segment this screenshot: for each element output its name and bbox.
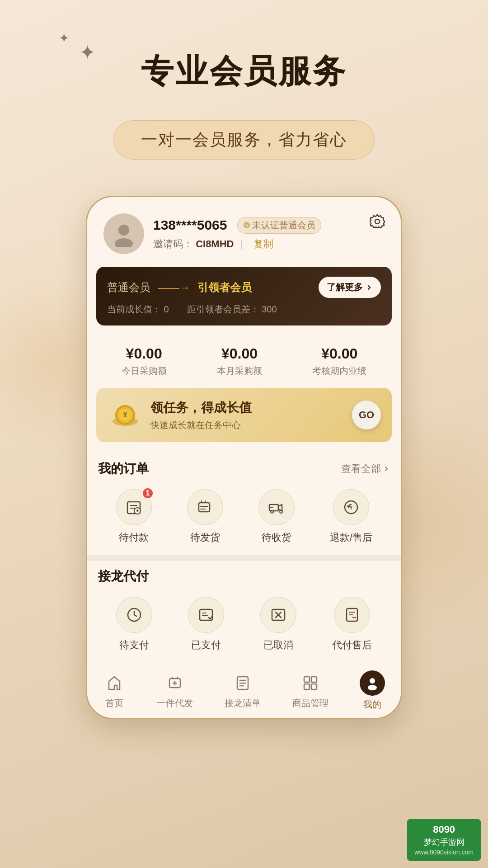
upgrade-left: 普通会员 ——→ 引领者会员 bbox=[107, 280, 252, 295]
svg-text:¥: ¥ bbox=[123, 411, 127, 419]
svg-rect-26 bbox=[311, 677, 317, 682]
nav-item-list[interactable]: 接龙清单 bbox=[225, 672, 261, 709]
nav-item-home[interactable]: 首页 bbox=[103, 672, 126, 709]
gap-stat: 距引领者会员差： 300 bbox=[187, 303, 277, 316]
jielong-item-cancelled[interactable]: 已取消 bbox=[260, 597, 296, 652]
svg-rect-13 bbox=[199, 503, 210, 512]
jielong-icon-cancelled bbox=[260, 597, 296, 633]
invite-row: 邀请码： CI8MHD | 复制 bbox=[153, 237, 385, 251]
order-item-pending-ship[interactable]: 待发货 bbox=[187, 489, 223, 544]
nav-icon-dropship bbox=[164, 672, 186, 694]
jielong-grid: 待支付 已支付 bbox=[87, 592, 401, 663]
current-growth-stat: 当前成长值： 0 bbox=[107, 303, 169, 316]
nav-item-dropship[interactable]: 一件代发 bbox=[157, 672, 193, 709]
stat-today: ¥0.00 今日采购额 bbox=[122, 345, 167, 377]
svg-point-29 bbox=[370, 678, 375, 684]
orders-grid: 1 待付款 待发货 bbox=[87, 485, 401, 555]
nav-icon-home bbox=[103, 672, 126, 694]
subtitle-area: 一对一会员服务，省力省心 bbox=[0, 120, 488, 160]
svg-rect-28 bbox=[311, 684, 317, 689]
divider-1 bbox=[87, 555, 401, 561]
orders-view-all[interactable]: 查看全部 bbox=[341, 462, 390, 476]
svg-rect-27 bbox=[304, 684, 310, 689]
order-label-pending-receive: 待收货 bbox=[262, 531, 291, 544]
svg-text:V: V bbox=[245, 223, 248, 228]
phone-content: 138****5065 V 未认证普通会员 邀请码： CI8MHD | 复制 bbox=[87, 197, 401, 718]
jielong-item-pending[interactable]: 待支付 bbox=[116, 597, 152, 652]
jielong-label-pending: 待支付 bbox=[119, 638, 149, 652]
star-decoration-1: ✦ bbox=[59, 31, 69, 46]
svg-marker-4 bbox=[370, 215, 385, 228]
stat-month: ¥0.00 本月采购额 bbox=[217, 345, 262, 377]
task-icon: ¥ bbox=[107, 397, 143, 433]
jielong-icon-pending bbox=[116, 597, 152, 633]
svg-point-15 bbox=[271, 510, 273, 513]
order-label-pending-ship: 待发货 bbox=[190, 531, 220, 544]
order-label-refund: 退款/售后 bbox=[330, 531, 372, 544]
jielong-item-after-sale[interactable]: 代付售后 bbox=[332, 597, 372, 652]
jielong-label-after-sale: 代付售后 bbox=[332, 638, 372, 652]
badge-dot: 1 bbox=[142, 487, 154, 499]
nav-icon-list bbox=[231, 672, 254, 694]
user-phone: 138****5065 bbox=[153, 217, 227, 233]
nav-label-mine: 我的 bbox=[363, 698, 381, 711]
site-brand: 8090 梦幻手游网 www.8090vision.com bbox=[407, 819, 481, 861]
upgrade-to: 引领者会员 bbox=[197, 280, 252, 295]
nav-item-mine[interactable]: 我的 bbox=[360, 670, 385, 711]
jielong-label-cancelled: 已取消 bbox=[263, 638, 293, 652]
task-banner[interactable]: ¥ 领任务，得成长值 快速成长就在任务中心 GO bbox=[96, 388, 392, 442]
svg-rect-25 bbox=[304, 677, 310, 682]
jielong-label-paid: 已支付 bbox=[191, 638, 221, 652]
order-label-pending-pay: 待付款 bbox=[119, 531, 149, 544]
stat-today-value: ¥0.00 bbox=[122, 345, 167, 362]
settings-button[interactable] bbox=[367, 211, 387, 231]
svg-point-30 bbox=[368, 685, 377, 690]
svg-text:¥: ¥ bbox=[350, 505, 353, 510]
upgrade-row: 普通会员 ——→ 引领者会员 了解更多 bbox=[107, 277, 381, 298]
upgrade-from: 普通会员 bbox=[107, 280, 150, 295]
bottom-nav: 首页 一件代发 bbox=[87, 663, 401, 718]
svg-point-0 bbox=[118, 225, 129, 236]
stat-perf-label: 考核期内业绩 bbox=[312, 365, 366, 377]
task-subtitle: 快速成长就在任务中心 bbox=[150, 419, 352, 431]
order-item-refund[interactable]: ¥ 退款/售后 bbox=[330, 489, 372, 544]
jielong-title: 接龙代付 bbox=[98, 568, 149, 585]
orders-title: 我的订单 bbox=[98, 460, 149, 477]
upgrade-banner: 普通会员 ——→ 引领者会员 了解更多 当前成长值： 0 距引 bbox=[96, 267, 392, 326]
stat-today-label: 今日采购额 bbox=[122, 365, 167, 377]
learn-more-button[interactable]: 了解更多 bbox=[319, 277, 381, 298]
jielong-icon-paid bbox=[188, 597, 224, 633]
stat-performance: ¥0.00 考核期内业绩 bbox=[312, 345, 366, 377]
nav-label-home: 首页 bbox=[105, 697, 123, 709]
upgrade-arrow: ——→ bbox=[158, 281, 190, 294]
member-badge: V 未认证普通会员 bbox=[237, 217, 321, 234]
star-decoration-2: ✦ bbox=[79, 41, 96, 64]
go-button[interactable]: GO bbox=[352, 401, 381, 429]
order-item-pending-pay[interactable]: 1 待付款 bbox=[116, 489, 152, 544]
svg-point-5 bbox=[375, 219, 380, 224]
stats-row: ¥0.00 今日采购额 ¥0.00 本月采购额 ¥0.00 考核期内业绩 bbox=[87, 335, 401, 388]
svg-point-16 bbox=[280, 510, 282, 513]
upgrade-stats-row: 当前成长值： 0 距引领者会员差： 300 bbox=[107, 303, 381, 316]
jielong-section-header: 接龙代付 bbox=[87, 561, 401, 592]
copy-button[interactable]: 复制 bbox=[253, 238, 273, 250]
task-title: 领任务，得成长值 bbox=[150, 399, 352, 416]
subtitle-text: 一对一会员服务，省力省心 bbox=[113, 120, 375, 160]
user-info: 138****5065 V 未认证普通会员 邀请码： CI8MHD | 复制 bbox=[153, 217, 385, 251]
stat-month-label: 本月采购额 bbox=[217, 365, 262, 377]
nav-icon-mine bbox=[360, 670, 385, 696]
stat-month-value: ¥0.00 bbox=[217, 345, 262, 362]
stat-perf-value: ¥0.00 bbox=[312, 345, 366, 362]
nav-label-list: 接龙清单 bbox=[225, 697, 261, 709]
order-icon-refund: ¥ bbox=[333, 489, 369, 525]
phone-frame: 138****5065 V 未认证普通会员 邀请码： CI8MHD | 复制 bbox=[86, 196, 402, 719]
order-icon-pending-receive bbox=[258, 489, 295, 525]
nav-label-products: 商品管理 bbox=[292, 697, 328, 709]
task-text: 领任务，得成长值 快速成长就在任务中心 bbox=[150, 399, 352, 431]
jielong-icon-after-sale bbox=[334, 597, 370, 633]
nav-icon-products bbox=[299, 672, 322, 694]
order-item-pending-receive[interactable]: 待收货 bbox=[258, 489, 295, 544]
jielong-item-paid[interactable]: 已支付 bbox=[188, 597, 224, 652]
avatar bbox=[103, 213, 144, 254]
nav-item-products[interactable]: 商品管理 bbox=[292, 672, 328, 709]
